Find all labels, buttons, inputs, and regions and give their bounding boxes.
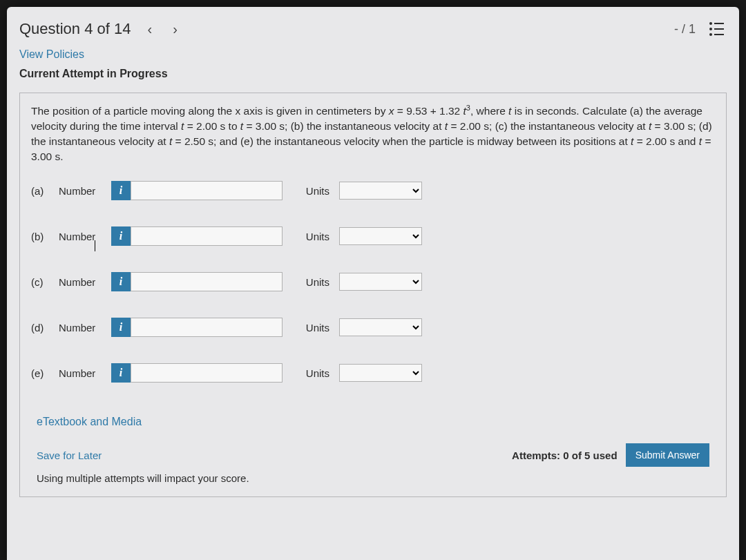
part-label: (c) [31, 276, 59, 288]
number-input-a[interactable] [131, 181, 283, 200]
units-select-c[interactable] [339, 273, 422, 291]
attempts-count: Attempts: 0 of 5 used [512, 450, 618, 461]
answer-row-e: (e) Number i Units [31, 363, 715, 383]
view-policies-link[interactable]: View Policies [19, 48, 84, 61]
info-icon[interactable]: i [111, 181, 131, 200]
number-input-b[interactable] [131, 226, 283, 246]
impact-warning: Using multiple attempts will impact your… [37, 472, 715, 484]
units-select-e[interactable] [339, 364, 422, 382]
question-header: Question 4 of 14 ‹ › - / 1 [19, 19, 727, 39]
part-label: (a) [31, 185, 59, 197]
units-label: Units [296, 322, 329, 334]
answer-row-c: (c) Number i Units [31, 272, 715, 291]
units-select-b[interactable] [339, 227, 422, 245]
question-text: The position of a particle moving along … [31, 103, 715, 164]
number-label: Number [59, 322, 111, 334]
units-select-a[interactable] [339, 182, 422, 200]
attempt-status: Current Attempt in Progress [19, 68, 727, 80]
number-input-e[interactable] [131, 363, 283, 383]
next-question-button[interactable]: › [169, 21, 182, 37]
units-select-d[interactable] [339, 318, 422, 336]
part-label: (e) [31, 367, 59, 379]
part-label: (b) [31, 231, 59, 242]
etextbook-link[interactable]: eTextbook and Media [37, 416, 142, 428]
answer-row-b: (b) Number i Units [31, 226, 715, 246]
number-label: Number [59, 231, 111, 242]
info-icon[interactable]: i [111, 272, 131, 291]
units-label: Units [296, 367, 329, 379]
header-left: Question 4 of 14 ‹ › [19, 20, 182, 38]
score-display: - / 1 [674, 22, 696, 37]
units-label: Units [296, 276, 329, 288]
submit-answer-button[interactable]: Submit Answer [626, 443, 709, 467]
number-input-c[interactable] [131, 272, 283, 291]
header-right: - / 1 [674, 19, 727, 39]
question-container: The position of a particle moving along … [19, 93, 727, 497]
part-label: (d) [31, 322, 59, 334]
answer-row-a: (a) Number i Units [31, 181, 715, 200]
menu-list-icon[interactable] [707, 19, 727, 39]
footer-row: Save for Later Attempts: 0 of 5 used Sub… [31, 443, 715, 467]
info-icon[interactable]: i [111, 363, 131, 383]
app-frame: Question 4 of 14 ‹ › - / 1 View Policies… [7, 7, 739, 560]
units-label: Units [296, 185, 329, 197]
question-title: Question 4 of 14 [19, 20, 131, 38]
footer-right: Attempts: 0 of 5 used Submit Answer [512, 443, 709, 467]
save-for-later-link[interactable]: Save for Later [37, 450, 102, 461]
number-input-d[interactable] [131, 318, 283, 337]
units-label: Units [296, 231, 329, 242]
number-label: Number [59, 185, 111, 197]
number-label: Number [59, 276, 111, 288]
answer-row-d: (d) Number i Units [31, 318, 715, 337]
prev-question-button[interactable]: ‹ [143, 21, 156, 37]
info-icon[interactable]: i [111, 318, 131, 337]
number-label: Number [59, 367, 111, 379]
info-icon[interactable]: i [111, 226, 131, 246]
